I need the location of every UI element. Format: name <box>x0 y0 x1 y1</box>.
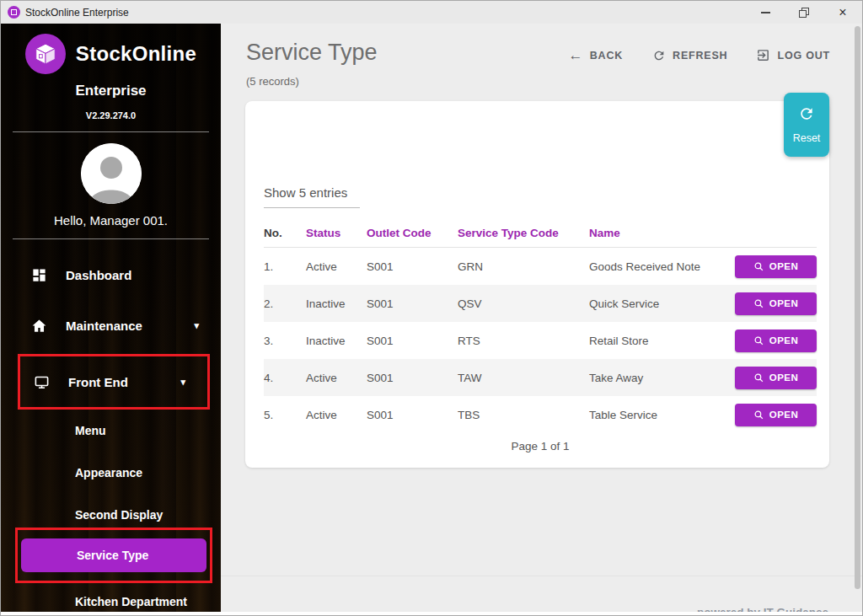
table-row: 1. Active S001 GRN Goods Received Note O… <box>264 248 817 285</box>
cell-no: 3. <box>264 335 306 347</box>
edition-label: Enterprise <box>1 83 221 99</box>
cell-outlet-code: S001 <box>367 372 458 384</box>
magnifier-icon <box>753 372 764 383</box>
sidebar-nav: Dashboard Maintenance ▾ <box>1 249 221 612</box>
page-title: Service Type <box>246 40 378 66</box>
restore-button[interactable] <box>785 1 823 24</box>
magnifier-icon <box>753 261 764 272</box>
cell-status: Inactive <box>306 297 367 310</box>
sidebar-item-kitchen-department[interactable]: Kitchen Department <box>1 583 221 612</box>
window-title: StockOnline Enterprise <box>25 7 129 19</box>
cell-no: 5. <box>264 409 306 421</box>
open-button[interactable]: OPEN <box>735 367 817 389</box>
divider <box>13 238 209 239</box>
stockonline-logo-icon <box>25 34 66 74</box>
powered-by-label: powered by IT Guidance <box>697 606 828 612</box>
sidebar-item-dashboard[interactable]: Dashboard <box>1 249 221 300</box>
minimize-button[interactable] <box>746 1 785 24</box>
logout-icon <box>756 48 770 62</box>
table-row: 5. Active S001 TBS Table Service OPEN <box>264 396 817 433</box>
cell-outlet-code: S001 <box>367 335 458 347</box>
back-arrow-icon: ← <box>569 48 583 62</box>
open-button[interactable]: OPEN <box>735 329 817 352</box>
chevron-down-icon: ▾ <box>180 377 185 388</box>
sidebar-item-maintenance[interactable]: Maintenance ▾ <box>1 300 221 351</box>
refresh-button[interactable]: REFRESH <box>651 48 727 62</box>
home-icon <box>31 318 47 334</box>
chevron-down-icon: ▾ <box>194 320 199 331</box>
column-header-service-type-code: Service Type Code <box>458 227 589 239</box>
logout-button[interactable]: LOG OUT <box>756 48 830 62</box>
magnifier-icon <box>753 298 764 309</box>
sidebar-item-label: Front End <box>68 375 128 389</box>
sidebar-item-appearance[interactable]: Appearance <box>1 452 221 494</box>
cell-no: 4. <box>264 372 306 384</box>
user-greeting: Hello, Manager 001. <box>1 213 221 228</box>
app-logo-icon <box>8 6 20 19</box>
column-header-outlet-code: Outlet Code <box>367 227 458 239</box>
monitor-icon <box>34 374 50 390</box>
table-row: 2. Inactive S001 QSV Quick Service OPEN <box>264 285 817 322</box>
open-button[interactable]: OPEN <box>735 292 817 315</box>
title-bar: StockOnline Enterprise × <box>1 1 862 24</box>
cell-name: Retail Store <box>589 335 721 347</box>
cell-status: Inactive <box>306 335 367 347</box>
reset-refresh-icon <box>798 105 815 125</box>
refresh-icon <box>651 48 666 62</box>
divider <box>13 131 209 132</box>
minimize-icon <box>761 12 770 13</box>
cell-status: Active <box>306 409 367 421</box>
sidebar-item-label: Second Display <box>75 508 163 522</box>
column-header-status: Status <box>306 227 367 239</box>
brand: StockOnline <box>1 34 221 74</box>
header-actions: ← BACK REFRESH <box>569 48 830 88</box>
cell-service-type-code: GRN <box>458 260 589 273</box>
cell-outlet-code: S001 <box>367 260 458 273</box>
cell-outlet-code: S001 <box>367 409 458 421</box>
close-button[interactable]: × <box>823 1 862 24</box>
back-button[interactable]: ← BACK <box>569 48 623 62</box>
page-header: Service Type (5 records) ← BACK <box>221 24 862 88</box>
cell-name: Table Service <box>589 409 721 421</box>
vertical-scrollbar[interactable] <box>855 26 860 589</box>
sidebar-item-label: Kitchen Department <box>75 595 187 608</box>
sidebar-item-label: Service Type <box>77 549 148 562</box>
version-label: V2.29.274.0 <box>1 110 221 121</box>
reset-button[interactable]: Reset <box>784 93 829 157</box>
cell-no: 1. <box>264 260 306 273</box>
pagination-label: Page 1 of 1 <box>264 440 817 453</box>
cell-service-type-code: TBS <box>458 409 589 421</box>
cell-service-type-code: RTS <box>458 335 589 347</box>
cell-service-type-code: TAW <box>458 372 589 384</box>
sidebar-item-front-end[interactable]: Front End ▾ <box>20 356 207 407</box>
sidebar: StockOnline Enterprise V2.29.274.0 Hello… <box>1 24 221 612</box>
annotation-highlight-service-type: Service Type <box>15 528 212 583</box>
box-glyph <box>11 9 17 15</box>
sidebar-item-menu[interactable]: Menu <box>1 410 221 452</box>
magnifier-icon <box>753 335 764 346</box>
app-window: StockOnline Enterprise × <box>0 0 863 616</box>
sidebar-item-label: Maintenance <box>66 319 142 333</box>
annotation-highlight-front-end: Front End ▾ <box>18 354 210 410</box>
sidebar-item-label: Menu <box>75 424 106 437</box>
dashboard-grid-icon <box>31 267 47 283</box>
open-button[interactable]: OPEN <box>735 255 817 278</box>
cell-status: Active <box>306 372 367 384</box>
table-row: 3. Inactive S001 RTS Retail Store OPEN <box>264 322 817 359</box>
magnifier-icon <box>753 410 764 420</box>
sidebar-item-label: Appearance <box>75 466 142 479</box>
cell-status: Active <box>306 260 367 273</box>
brand-name: StockOnline <box>76 42 196 66</box>
cell-name: Take Away <box>589 372 721 384</box>
sidebar-item-service-type[interactable]: Service Type <box>21 538 206 572</box>
cell-no: 2. <box>264 297 306 310</box>
footer-divider <box>221 576 862 576</box>
open-button[interactable]: OPEN <box>735 404 817 426</box>
cell-name: Goods Received Note <box>589 260 721 273</box>
cell-service-type-code: QSV <box>458 297 589 310</box>
show-entries-selector[interactable]: Show 5 entries <box>264 185 360 208</box>
reset-label: Reset <box>793 132 821 144</box>
close-icon: × <box>839 6 846 19</box>
main-content: Service Type (5 records) ← BACK <box>221 24 862 612</box>
sidebar-item-label: Dashboard <box>66 268 131 282</box>
